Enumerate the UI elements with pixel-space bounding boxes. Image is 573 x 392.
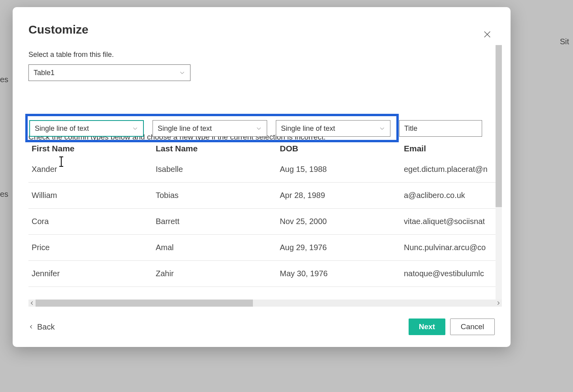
header-first-name: First Name <box>32 144 156 156</box>
column-type-row: Single line of text Single line of text … <box>29 120 482 137</box>
column-type-value-4: Title <box>404 124 417 133</box>
scroll-right-icon[interactable] <box>496 300 501 306</box>
cell-last-name: Barrett <box>156 217 280 226</box>
column-type-dropdown-1[interactable]: Single line of text <box>29 120 144 137</box>
cell-dob: Nov 25, 2000 <box>280 217 404 226</box>
close-icon <box>483 30 492 39</box>
cell-first-name: Price <box>32 243 156 252</box>
column-type-value-3: Single line of text <box>281 124 335 133</box>
customize-modal: Customize Select a table from this file.… <box>13 7 511 347</box>
cell-dob: Apr 28, 1989 <box>280 191 404 200</box>
cell-email: eget.dictum.placerat@n <box>404 165 491 174</box>
cell-last-name: Zahir <box>156 269 280 278</box>
cell-email: vitae.aliquet@sociisnat <box>404 217 491 226</box>
back-label: Back <box>37 322 55 332</box>
table-headers: First Name Last Name DOB Email <box>32 144 502 156</box>
cell-first-name: William <box>32 191 156 200</box>
cell-dob: Aug 15, 1988 <box>280 165 404 174</box>
cell-last-name: Isabelle <box>156 165 280 174</box>
cell-dob: May 30, 1976 <box>280 269 404 278</box>
table-body: Xander Isabelle Aug 15, 1988 eget.dictum… <box>28 156 502 287</box>
table-row[interactable]: Xander Isabelle Aug 15, 1988 eget.dictum… <box>28 156 502 183</box>
header-last-name: Last Name <box>156 144 280 156</box>
modal-title: Customize <box>28 23 495 36</box>
chevron-left-icon <box>28 324 34 330</box>
horizontal-scrollbar[interactable] <box>28 300 502 307</box>
column-type-dropdown-2[interactable]: Single line of text <box>153 120 267 137</box>
column-type-dropdown-4[interactable]: Title <box>399 120 482 137</box>
back-button[interactable]: Back <box>28 322 55 332</box>
chevron-down-icon <box>132 125 138 132</box>
horizontal-scrollbar-thumb[interactable] <box>36 300 253 307</box>
table-row[interactable]: William Tobias Apr 28, 1989 a@aclibero.c… <box>28 183 502 209</box>
cell-last-name: Tobias <box>156 191 280 200</box>
cell-first-name: Jennifer <box>32 269 156 278</box>
table-row[interactable]: Jennifer Zahir May 30, 1976 natoque@vest… <box>28 261 502 287</box>
cell-email: a@aclibero.co.uk <box>404 191 491 200</box>
cell-first-name: Cora <box>32 217 156 226</box>
table-row[interactable]: Cora Barrett Nov 25, 2000 vitae.aliquet@… <box>28 209 502 235</box>
scroll-left-icon[interactable] <box>29 300 35 306</box>
vertical-scrollbar-thumb[interactable] <box>496 45 502 207</box>
close-button[interactable] <box>483 30 495 42</box>
table-row[interactable]: Price Amal Aug 29, 1976 Nunc.pulvinar.ar… <box>28 235 502 261</box>
vertical-scrollbar[interactable] <box>496 45 502 300</box>
column-type-value-1: Single line of text <box>35 124 89 133</box>
column-type-value-2: Single line of text <box>158 124 212 133</box>
next-button[interactable]: Next <box>409 318 445 335</box>
cell-email: Nunc.pulvinar.arcu@co <box>404 243 491 252</box>
cell-email: natoque@vestibulumlc <box>404 269 491 278</box>
cancel-button[interactable]: Cancel <box>450 318 495 335</box>
cell-last-name: Amal <box>156 243 280 252</box>
cell-first-name: Xander <box>32 165 156 174</box>
column-type-dropdown-3[interactable]: Single line of text <box>276 120 390 137</box>
chevron-down-icon <box>256 125 262 132</box>
cell-dob: Aug 29, 1976 <box>280 243 404 252</box>
chevron-down-icon <box>379 125 385 132</box>
header-email: Email <box>404 144 502 156</box>
table-scroll-region: Check the column types below and choose … <box>28 47 502 303</box>
header-dob: DOB <box>280 144 404 156</box>
modal-footer: Back Next Cancel <box>28 318 495 335</box>
